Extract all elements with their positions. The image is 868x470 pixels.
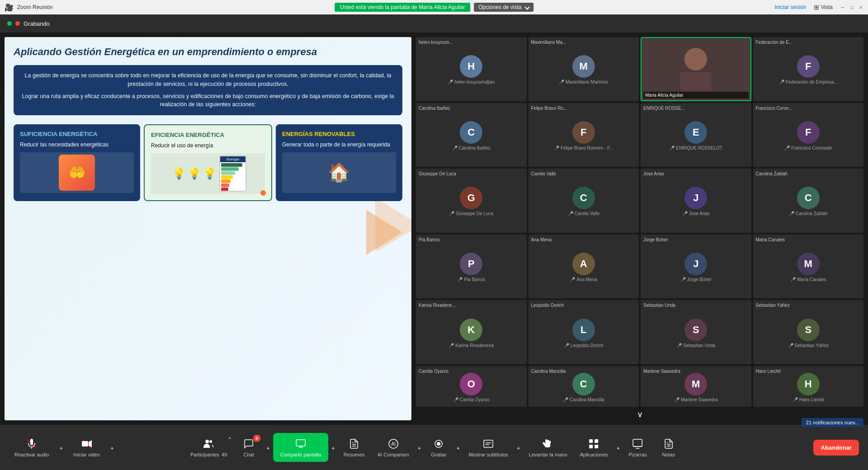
participants-button[interactable]: Participantes 49 ▲ [185, 434, 232, 461]
share-screen-button[interactable]: Compartir pantalla [273, 433, 328, 462]
participant-tile-7[interactable]: ENRIQUE ROSSE... E 🎤 ENRIQUE ROSSELOT [641, 103, 751, 167]
whiteboards-button[interactable]: Pizarras [623, 434, 652, 461]
bulb-icon-2: 💡 [188, 167, 201, 180]
chat-arrow[interactable]: ▲ [265, 445, 271, 450]
participant-avatar-11: J [684, 187, 707, 209]
participant-tile-9[interactable]: Giuseppe De Luca G 🎤 Giuseppe De Luca [416, 169, 527, 233]
participant-tile-10[interactable]: Camila Valle C 🎤 Camila Valle [528, 169, 639, 233]
ai-companion-button[interactable]: AI AI Companion [372, 434, 415, 461]
participant-tile-2[interactable]: Maximiliano Ma... M 🎤 Maximiliano Martín… [528, 37, 639, 101]
notifications-badge[interactable]: 21 notificaciones nuev... [802, 418, 863, 427]
participant-tile-22[interactable]: Carolina Mancilla C 🎤 Carolina Mancilla [528, 366, 639, 407]
participant-display-name-23: Marlene Saavedra [643, 369, 741, 374]
participant-tile-19[interactable]: Sebastian Unda S 🎤 Sebastian Unda [641, 300, 751, 364]
participant-tile-16[interactable]: Maria Canales M 🎤 Maria Canales [753, 235, 864, 299]
participant-tile-15[interactable]: Jorge Boher J 🎤 Jorge Boher [641, 235, 751, 299]
participant-display-name-6: Felipe Bravo Ro... [531, 106, 629, 111]
title-bar-left: 🎥 Zoom Reunión [5, 3, 53, 12]
svg-rect-15 [484, 440, 493, 447]
record-button[interactable]: Grabar [425, 434, 453, 461]
participant-avatar-10: C [572, 187, 595, 209]
participant-tile-11[interactable]: Jose Arias J 🎤 Jose Arias [641, 169, 751, 233]
title-bar-right: Iniciar sesión ⊞ Vista ─ □ ✕ [775, 4, 864, 11]
participant-tile-18[interactable]: Leopoldo Dorich L 🎤 Leopoldo Dorich [528, 300, 639, 364]
record-arrow[interactable]: ▲ [455, 445, 462, 450]
view-options-button[interactable]: Opciones de vista [474, 3, 533, 12]
subtitles-button[interactable]: Mostrar subtítulos [463, 434, 513, 461]
leave-button[interactable]: Abandonar [813, 440, 859, 456]
participant-tile-12[interactable]: Carolina Zablah C 🎤 Carolina Zablah [753, 169, 864, 233]
participant-tile-8[interactable]: Francisco Coron... F 🎤 Francisco Coronad… [753, 103, 864, 167]
notes-button[interactable]: Notas [654, 434, 683, 461]
maximize-button[interactable]: □ [849, 5, 854, 10]
participant-tile-active[interactable]: Maria Alicia Aguilar [641, 37, 751, 101]
view-btn[interactable]: ⊞ Vista [814, 4, 833, 11]
raise-hand-button[interactable]: Levantar la mano [524, 434, 573, 461]
suficiencia-image: 🤲 [20, 152, 134, 193]
participant-name-17: 🎤 Karina Rivadeneira [447, 343, 495, 348]
svg-rect-7 [296, 440, 305, 446]
minimize-button[interactable]: ─ [840, 5, 845, 10]
svg-point-6 [210, 440, 212, 443]
subtitles-arrow[interactable]: ▲ [515, 445, 522, 450]
whiteboards-icon [632, 437, 644, 450]
participant-tile-21[interactable]: Camila Oyarzo O 🎤 Camila Oyarzo [416, 366, 527, 407]
participants-arrow[interactable]: ▲ [227, 436, 232, 440]
window-controls: ─ □ ✕ [840, 5, 863, 10]
participant-name-18: 🎤 Leopoldo Dorich [562, 343, 605, 348]
whiteboards-label: Pizarras [628, 452, 646, 457]
notes-label: Notas [662, 452, 675, 457]
apps-arrow[interactable]: ▲ [615, 445, 622, 450]
participant-tile-23[interactable]: Marlene Saavedra M 🎤 Marlene Saavedra [641, 366, 751, 407]
participant-display-name-24: Hans Liechti [756, 369, 854, 374]
participant-tile-4[interactable]: Federación de E... F 🎤 Federación de Emp… [753, 37, 864, 101]
ai-companion-arrow[interactable]: ▲ [416, 445, 423, 450]
close-button[interactable]: ✕ [858, 5, 863, 10]
participant-display-name-12: Carolina Zablah [756, 171, 854, 176]
participant-name-1: 🎤 helen kouyoumdjian [446, 80, 496, 85]
participant-display-name-21: Camila Oyarzo [419, 369, 517, 374]
record-icon [433, 437, 445, 450]
energy-label-bars [220, 162, 245, 192]
login-btn[interactable]: Iniciar sesión [775, 4, 807, 10]
video-arrow[interactable]: ▲ [109, 445, 115, 450]
participant-avatar-18: L [572, 319, 595, 341]
mic-icon-17: 🎤 [448, 343, 454, 348]
participant-tile-5[interactable]: Carolina Ibañez C 🎤 Carolina Ibañez [416, 103, 527, 167]
chat-button[interactable]: Chat 6 [234, 434, 263, 461]
apps-button[interactable]: Aplicaciones [575, 434, 613, 461]
mic-icon-23: 🎤 [674, 397, 679, 402]
participant-avatar-20: S [797, 319, 820, 341]
green-status-dot [7, 21, 12, 26]
person-video [642, 38, 750, 100]
participant-name-14: 🎤 Ana Mena [568, 277, 599, 282]
svg-rect-20 [590, 445, 593, 448]
share-arrow[interactable]: ▲ [330, 445, 336, 450]
participant-tile-13[interactable]: Pia Barros P 🎤 Pia Barros [416, 235, 527, 299]
video-button[interactable]: Iniciar video [68, 434, 105, 461]
participant-tile-17[interactable]: Karina Rivadene... K 🎤 Karina Rivadeneir… [416, 300, 527, 364]
bar-b [221, 167, 239, 171]
participant-display-name-13: Pia Barros [419, 237, 517, 242]
active-speaker-video [642, 38, 750, 100]
subtitles-icon [482, 437, 495, 450]
slide-intro-p1: La gestión de energía se concentra sobre… [22, 71, 394, 89]
renovables-text: Generar toda o parte de la energía reque… [282, 141, 396, 149]
participant-tile-20[interactable]: Sebastian Yáñez S 🎤 Sebastian Yáñez [753, 300, 864, 364]
participant-tile-1[interactable]: helen kouyoum... H 🎤 helen kouyoumdjian [416, 37, 527, 101]
bulb-icon-3: 💡 [203, 167, 217, 180]
audio-button[interactable]: Reactivar audio [9, 434, 54, 461]
energy-label: Energía [219, 155, 246, 192]
bulb-icon-1: 💡 [172, 167, 186, 180]
participant-tile-14[interactable]: Ana Mena A 🎤 Ana Mena [528, 235, 639, 299]
participant-avatar-12: C [797, 187, 820, 209]
participant-tile-24[interactable]: Hans Liechti H 🎤 Hans Liechti [753, 366, 864, 407]
participant-tile-6[interactable]: Felipe Bravo Ro... F 🎤 Felipe Bravo Rome… [528, 103, 639, 167]
scroll-indicator[interactable]: ∨ [416, 409, 863, 420]
participant-avatar-5: C [460, 121, 482, 144]
participant-name-8: 🎤 Francisco Coronado [783, 146, 834, 150]
participant-name-2: 🎤 Maximiliano Martínez [557, 80, 610, 85]
participant-name-13: 🎤 Pia Barros [455, 277, 487, 282]
summary-button[interactable]: Resumen [338, 434, 370, 461]
audio-arrow[interactable]: ▲ [58, 445, 64, 450]
